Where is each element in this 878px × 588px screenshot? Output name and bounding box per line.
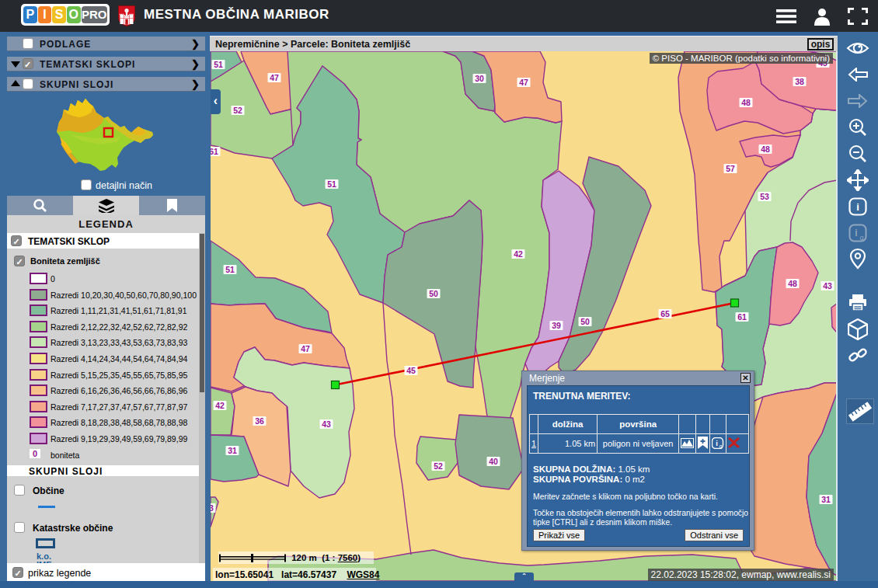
svg-text:47: 47 [301, 344, 310, 353]
svg-text:31: 31 [821, 495, 831, 504]
svg-text:43: 43 [322, 419, 331, 429]
svg-text:50: 50 [429, 289, 438, 298]
svg-text:52: 52 [434, 461, 443, 471]
svg-text:3: 3 [211, 503, 214, 513]
svg-text:51: 51 [327, 179, 336, 189]
svg-text:51: 51 [214, 60, 223, 69]
svg-text:48: 48 [788, 279, 797, 288]
svg-text:42: 42 [514, 249, 523, 259]
svg-text:48: 48 [761, 144, 770, 154]
svg-text:61: 61 [737, 312, 747, 322]
svg-text:47: 47 [270, 73, 279, 82]
svg-text:50: 50 [580, 317, 590, 326]
svg-text:48: 48 [741, 98, 751, 107]
svg-text:52: 52 [233, 106, 242, 115]
svg-text:i: i [716, 438, 718, 447]
svg-text:43: 43 [823, 281, 832, 291]
svg-text:g: g [719, 443, 723, 449]
svg-text:g: g [859, 234, 863, 242]
svg-text:47: 47 [519, 78, 528, 87]
svg-text:i: i [855, 228, 857, 238]
svg-text:31: 31 [228, 446, 237, 455]
svg-text:45: 45 [406, 366, 416, 375]
svg-text:i: i [856, 201, 859, 213]
svg-text:51: 51 [225, 265, 235, 274]
svg-text:36: 36 [255, 416, 264, 426]
svg-text:39: 39 [552, 321, 561, 330]
svg-text:30: 30 [475, 74, 484, 83]
svg-text:42: 42 [215, 401, 225, 410]
svg-text:53: 53 [760, 192, 769, 201]
svg-text:65: 65 [660, 309, 670, 318]
svg-text:57: 57 [726, 164, 735, 173]
svg-text:61: 61 [211, 147, 218, 156]
svg-text:38: 38 [795, 77, 804, 86]
svg-text:40: 40 [489, 457, 498, 466]
